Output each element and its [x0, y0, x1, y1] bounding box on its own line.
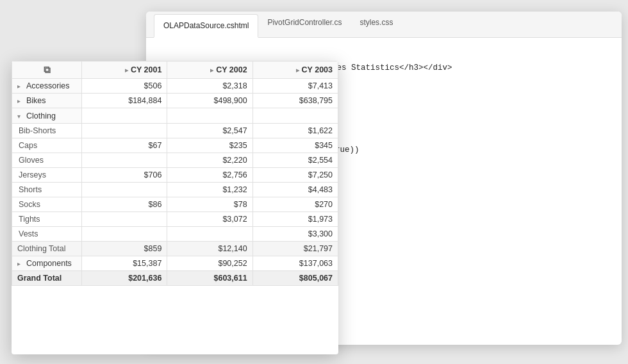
table-row: Tights $3,072 $1,973 — [12, 212, 338, 227]
table-row: Bib-Shorts $2,547 $1,622 — [12, 124, 338, 138]
table-row: Vests $3,300 — [12, 227, 338, 242]
corner-cell: ⧉ — [12, 62, 82, 79]
table-row: ▸Components $15,387 $90,252 $137,063 — [12, 256, 338, 271]
table-row: ▸Bikes $184,884 $498,900 $638,795 — [12, 94, 338, 108]
code-tabs: OLAPDataSource.cshtml PivotGridControlle… — [146, 12, 622, 38]
tab-pivot-controller[interactable]: PivotGridController.cs — [258, 12, 351, 38]
table-row-grand-total: Grand Total $201,636 $603,611 $805,067 — [12, 271, 338, 286]
pivot-panel: ⧉ ▸CY 2001 ▸CY 2002 ▸CY 2003 ▸Accessorie… — [12, 61, 338, 354]
table-row: Gloves $2,220 $2,554 — [12, 153, 338, 168]
table-row: Caps $67 $235 $345 — [12, 138, 338, 153]
corner-icon: ⧉ — [17, 64, 76, 76]
table-row-clothing-total: Clothing Total $859 $12,140 $21,797 — [12, 242, 338, 256]
table-row: Socks $86 $78 $270 — [12, 197, 338, 212]
table-row: Jerseys $706 $2,756 $7,250 — [12, 168, 338, 183]
tab-olap[interactable]: OLAPDataSource.cshtml — [154, 14, 258, 38]
col-header-2001: ▸CY 2001 — [82, 62, 167, 79]
table-row-clothing: ▾Clothing — [12, 108, 338, 124]
col-header-2002: ▸CY 2002 — [167, 62, 252, 79]
table-row: Shorts $1,232 $4,483 — [12, 183, 338, 197]
col-header-2003: ▸CY 2003 — [252, 62, 338, 79]
tab-styles[interactable]: styles.css — [351, 12, 402, 38]
pivot-table: ⧉ ▸CY 2001 ▸CY 2002 ▸CY 2003 ▸Accessorie… — [12, 61, 338, 286]
table-row: ▸Accessories $506 $2,318 $7,413 — [12, 79, 338, 94]
